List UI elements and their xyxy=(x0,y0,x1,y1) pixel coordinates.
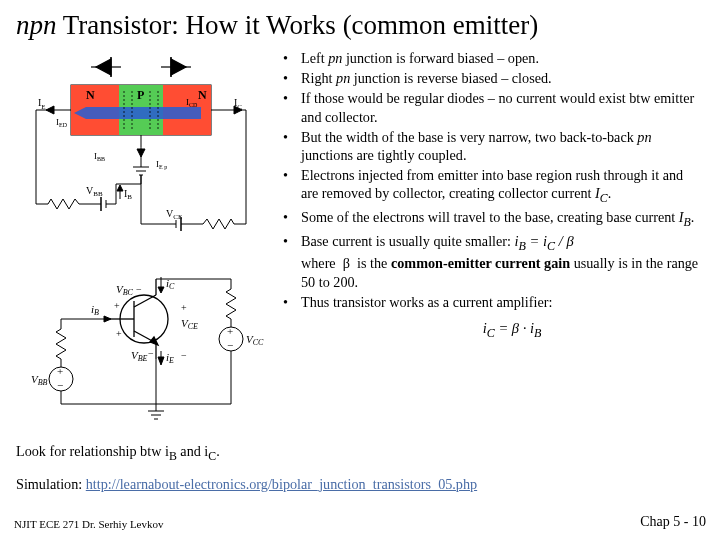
content-row: N P N xyxy=(16,49,704,464)
svg-text:+: + xyxy=(114,300,120,311)
svg-text:VCE: VCE xyxy=(181,317,198,331)
list-item: Electrons injected from emitter into bas… xyxy=(280,166,704,206)
svg-text:IB: IB xyxy=(124,188,132,201)
label-VCE: VCE xyxy=(166,208,182,221)
final-equation: iC = β · iB xyxy=(280,313,704,341)
svg-marker-51 xyxy=(150,337,158,345)
svg-text:+: + xyxy=(181,302,187,313)
svg-text:VBC: VBC xyxy=(116,283,134,297)
svg-marker-67 xyxy=(158,357,164,365)
figures-column: N P N xyxy=(16,49,266,464)
label-N-right: N xyxy=(198,88,207,102)
label-N-left: N xyxy=(86,88,95,102)
figure-npn-block: N P N xyxy=(16,49,266,253)
bullet-list: Left pn junction is forward biased – ope… xyxy=(280,49,704,311)
list-item: Base current is usually quite smaller: i… xyxy=(280,232,704,291)
big-arrow-icon xyxy=(74,107,201,119)
label-IBB: IBB xyxy=(94,151,105,162)
svg-text:IED: IED xyxy=(56,117,68,128)
svg-text:VCC: VCC xyxy=(246,333,264,347)
svg-text:+: + xyxy=(57,365,63,377)
list-item: But the width of the base is very narrow… xyxy=(280,128,704,164)
svg-text:−: − xyxy=(227,339,233,351)
simulation-row: Simulation: http://learnabout-electronic… xyxy=(16,476,704,493)
figure-schematic: iC VBC − + iB VBE + − xyxy=(16,259,266,433)
page-title: npn Transistor: How it Works (common emi… xyxy=(16,10,704,41)
svg-text:−: − xyxy=(57,379,63,391)
footer-left: NJIT ECE 271 Dr. Serhiy Levkov xyxy=(14,518,164,530)
svg-marker-4 xyxy=(171,59,186,75)
lookfor-caption: Look for relationship btw iB and iC. xyxy=(16,443,266,464)
bullet-column: Left pn junction is forward biased – ope… xyxy=(280,49,704,464)
svg-text:−: − xyxy=(136,284,142,295)
svg-text:+: + xyxy=(227,325,233,337)
svg-marker-16 xyxy=(46,106,54,114)
svg-line-48 xyxy=(134,295,156,307)
svg-marker-61 xyxy=(104,316,111,322)
svg-text:−: − xyxy=(181,350,187,361)
label-VBB: VBB xyxy=(86,185,103,198)
svg-marker-1 xyxy=(96,59,111,75)
svg-text:VBE: VBE xyxy=(131,349,148,363)
svg-marker-10 xyxy=(74,107,201,119)
list-item: Thus transistor works as a current ampli… xyxy=(280,293,704,311)
svg-text:+: + xyxy=(116,328,122,339)
svg-text:−: − xyxy=(148,348,154,359)
list-item: Right pn junction is reverse biased – cl… xyxy=(280,69,704,87)
svg-text:IE: IE xyxy=(38,97,46,111)
simulation-link[interactable]: http://learnabout-electronics.org/bipola… xyxy=(86,476,477,492)
svg-text:VBB: VBB xyxy=(31,373,48,387)
svg-text:iE: iE xyxy=(166,351,174,365)
list-item: Left pn junction is forward biased – ope… xyxy=(280,49,704,67)
svg-text:IE p: IE p xyxy=(156,159,167,170)
svg-marker-38 xyxy=(117,185,123,191)
list-item: Some of the electrons will travel to the… xyxy=(280,208,704,230)
svg-marker-55 xyxy=(158,287,164,293)
list-item: If those would be regular diodes – no cu… xyxy=(280,89,704,125)
footer-right: Chap 5 - 10 xyxy=(640,514,706,530)
svg-text:iB: iB xyxy=(91,303,99,317)
svg-marker-23 xyxy=(137,149,145,157)
label-P: P xyxy=(137,88,144,102)
